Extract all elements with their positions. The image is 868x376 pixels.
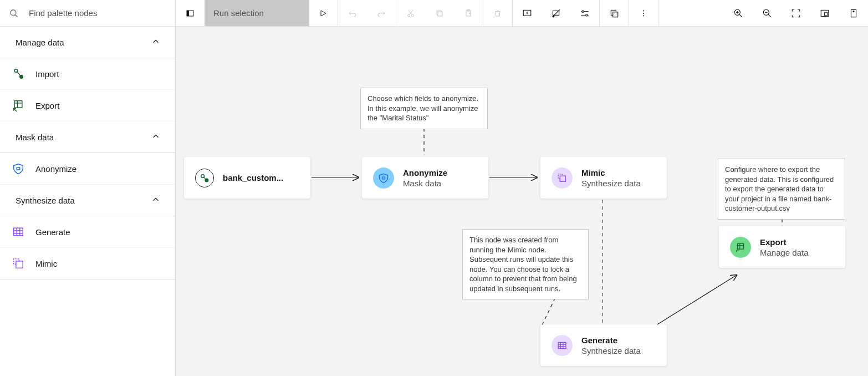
node-subtitle: Manage data <box>760 248 809 257</box>
node-title: Anonymize <box>403 168 447 177</box>
svg-line-33 <box>739 14 742 17</box>
main-area: Manage data Import Export Mask data Anon… <box>0 27 868 376</box>
svg-rect-49 <box>17 167 20 170</box>
node-text: bank_custom... <box>223 173 283 182</box>
cut-button[interactable] <box>396 0 425 26</box>
panel-toggle-button[interactable] <box>176 0 205 26</box>
node-import[interactable]: bank_custom... <box>184 157 310 199</box>
svg-rect-66 <box>560 176 565 181</box>
export-icon <box>730 237 751 258</box>
svg-rect-28 <box>613 12 618 17</box>
node-title: Generate <box>581 336 641 345</box>
canvas-comment[interactable]: Configure where to export the generated … <box>718 159 845 220</box>
node-text: Mimic Synthesize data <box>581 168 641 188</box>
shield-icon <box>373 167 394 189</box>
section-label: Manage data <box>16 38 64 47</box>
sidebar-item-label: Import <box>35 69 59 79</box>
svg-line-48 <box>14 109 17 112</box>
node-export[interactable]: Export Manage data <box>719 226 845 268</box>
node-subtitle: Synthesize data <box>581 346 641 355</box>
svg-rect-9 <box>438 12 442 16</box>
svg-line-37 <box>768 14 771 17</box>
sidebar-item-anonymize[interactable]: Anonymize <box>0 153 175 185</box>
undo-button[interactable] <box>338 0 367 26</box>
svg-rect-72 <box>737 243 743 249</box>
svg-line-7 <box>410 10 413 15</box>
section-synthesize-data[interactable]: Synthesize data <box>0 185 175 216</box>
sidebar-item-label: Anonymize <box>35 164 76 174</box>
generate-icon <box>12 226 24 238</box>
search-input[interactable] <box>28 8 167 18</box>
node-generate[interactable]: Generate Synthesize data <box>540 324 667 366</box>
svg-rect-50 <box>14 228 23 236</box>
sidebar-item-export[interactable]: Export <box>0 90 175 121</box>
svg-point-30 <box>643 13 644 14</box>
generate-icon <box>552 335 573 356</box>
run-button[interactable] <box>309 0 338 26</box>
run-selection-button[interactable]: Run selection <box>205 0 309 26</box>
svg-rect-45 <box>14 101 22 108</box>
svg-marker-4 <box>321 11 326 16</box>
paste-button[interactable] <box>454 0 483 26</box>
svg-rect-55 <box>16 261 23 268</box>
node-text: Export Manage data <box>760 237 809 257</box>
export-icon <box>12 99 24 111</box>
svg-point-24 <box>586 14 588 16</box>
sidebar-item-label: Generate <box>35 227 70 237</box>
sidebar-item-label: Export <box>35 101 59 110</box>
svg-point-43 <box>14 69 18 73</box>
chevron-up-icon <box>152 38 160 47</box>
mimic-icon <box>12 257 24 270</box>
settings-button[interactable] <box>570 0 599 26</box>
import-icon <box>12 68 24 80</box>
search-field-wrap <box>0 0 176 26</box>
redo-button[interactable] <box>367 0 396 26</box>
node-title: bank_custom... <box>223 173 283 182</box>
section-label: Synthesize data <box>16 196 75 205</box>
svg-point-64 <box>205 179 208 182</box>
svg-point-44 <box>20 75 23 79</box>
node-mimic[interactable]: Mimic Synthesize data <box>540 157 667 199</box>
arrange-button[interactable] <box>600 0 629 26</box>
overflow-button[interactable] <box>629 0 658 26</box>
toolbar-spacer <box>658 0 724 26</box>
zoom-in-button[interactable] <box>724 0 753 26</box>
notifications-button[interactable] <box>839 0 868 26</box>
sidebar-item-import[interactable]: Import <box>0 58 175 90</box>
import-icon <box>195 169 214 187</box>
section-manage-data[interactable]: Manage data <box>0 27 175 58</box>
svg-point-31 <box>643 15 644 16</box>
svg-line-8 <box>409 10 412 15</box>
svg-point-29 <box>643 10 644 11</box>
toolbar: Run selection <box>0 0 868 27</box>
svg-point-63 <box>201 174 205 177</box>
node-title: Export <box>760 237 809 247</box>
flow-canvas[interactable]: Choose which fields to anonymize. In thi… <box>176 27 868 376</box>
node-subtitle: Synthesize data <box>581 179 641 188</box>
node-subtitle: Mask data <box>403 179 447 188</box>
sidebar-item-mimic[interactable]: Mimic <box>0 248 175 280</box>
chevron-up-icon <box>152 196 160 205</box>
section-mask-data[interactable]: Mask data <box>0 121 175 153</box>
node-text: Anonymize Mask data <box>403 168 447 188</box>
disable-comment-button[interactable] <box>542 0 570 26</box>
node-text: Generate Synthesize data <box>581 336 641 355</box>
node-anonymize[interactable]: Anonymize Mask data <box>362 157 488 199</box>
svg-rect-67 <box>558 342 566 348</box>
shield-icon <box>12 162 24 175</box>
sidebar-item-generate[interactable]: Generate <box>0 216 175 248</box>
zoom-out-button[interactable] <box>753 0 782 26</box>
delete-button[interactable] <box>483 0 512 26</box>
svg-rect-14 <box>496 12 500 16</box>
sidebar-item-label: Mimic <box>35 259 57 268</box>
svg-rect-40 <box>824 12 828 15</box>
canvas-comment[interactable]: Choose which fields to anonymize. In thi… <box>360 88 488 129</box>
node-title: Mimic <box>581 168 641 177</box>
minimap-button[interactable] <box>810 0 839 26</box>
add-comment-button[interactable] <box>513 0 542 26</box>
palette-sidebar: Manage data Import Export Mask data Anon… <box>0 27 176 376</box>
mimic-icon <box>552 167 573 189</box>
canvas-comment[interactable]: This node was created from running the M… <box>462 229 589 299</box>
zoom-fit-button[interactable] <box>782 0 810 26</box>
copy-button[interactable] <box>425 0 454 26</box>
